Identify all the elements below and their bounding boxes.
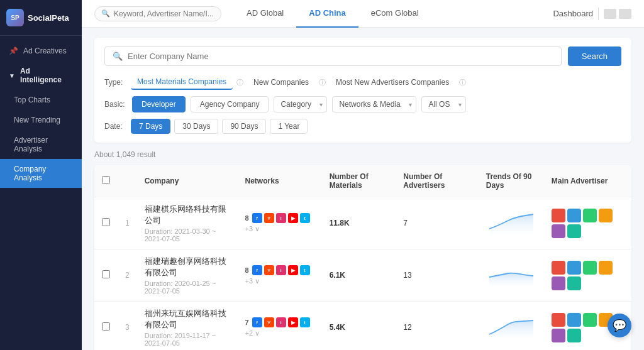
trend-chart	[486, 315, 536, 338]
sidebar-item-company-analysis[interactable]: Company Analysis	[0, 159, 82, 188]
td-main-advertiser[interactable]	[544, 249, 631, 302]
type-tab-new-companies[interactable]: New Companies	[247, 75, 315, 89]
th-materials[interactable]: Number Of Materials	[322, 165, 396, 197]
advertisers-count: 13	[403, 271, 411, 280]
nav-link-ad-global[interactable]: AD Global	[234, 0, 296, 28]
type-tab-most-materials[interactable]: Most Materials Companies	[131, 75, 233, 90]
table-header-row: Company Networks Number Of Materials Num…	[94, 165, 631, 197]
company-name: 福建棋乐网络科技有限公司	[145, 204, 230, 226]
advertiser-icons	[552, 261, 624, 290]
company-search-box[interactable]: 🔍	[104, 46, 562, 66]
company-duration: Duration: 2020-01-25 ~ 2021-07-05	[145, 280, 230, 295]
sidebar-item-label: Advertiser Analysis	[14, 136, 73, 153]
td-company[interactable]: 福建瑞趣创享网络科技有限公司 Duration: 2020-01-25 ~ 20…	[137, 249, 238, 302]
chat-icon: 💬	[613, 319, 626, 332]
sidebar-item-label: Ad Creatives	[23, 46, 67, 55]
type-tab-1-info: ⓘ	[319, 78, 326, 87]
networks-select[interactable]: Networks & Media	[332, 96, 416, 112]
date-btn-7days[interactable]: 7 Days	[131, 119, 170, 134]
type-tab-most-new-advertisers[interactable]: Most New Advertisers Companies	[330, 75, 455, 89]
chat-bubble[interactable]: 💬	[608, 314, 631, 337]
row-checkbox[interactable]	[102, 270, 110, 278]
company-search-input[interactable]	[128, 52, 553, 61]
row-checkbox[interactable]	[102, 322, 110, 331]
th-checkbox	[94, 165, 118, 197]
advertisers-count: 12	[403, 323, 411, 332]
table-row: 1 福建棋乐网络科技有限公司 Duration: 2021-03-30 ~ 20…	[94, 197, 631, 249]
view-toggle-2[interactable]	[619, 9, 631, 19]
topnav-search[interactable]: 🔍	[94, 6, 221, 21]
td-networks[interactable]: 8 fYi▶t+3 ∨	[238, 197, 322, 249]
td-trend	[479, 302, 544, 351]
materials-count: 6.1K	[330, 271, 345, 280]
sidebar-item-label: Ad Intelligence	[20, 67, 73, 84]
basic-btn-developer[interactable]: Developer	[132, 96, 186, 112]
company-duration: Duration: 2019-11-17 ~ 2021-07-05	[145, 332, 230, 347]
td-checkbox[interactable]	[94, 302, 118, 351]
advertiser-icons	[552, 209, 624, 238]
th-trends[interactable]: Trends Of 90 Days	[479, 165, 544, 197]
td-company[interactable]: 福州来玩互娱网络科技有限公司 Duration: 2019-11-17 ~ 20…	[137, 302, 238, 351]
network-icons: 7 fYi▶t+2 ∨	[245, 317, 314, 337]
nav-link-ecom-global[interactable]: eCom Global	[358, 0, 431, 28]
table-row: 2 福建瑞趣创享网络科技有限公司 Duration: 2020-01-25 ~ …	[94, 249, 631, 302]
sidebar-item-ad-creatives[interactable]: 📌 Ad Creatives	[0, 41, 82, 61]
sidebar-logo: SP SocialPeta	[0, 0, 82, 36]
materials-count: 5.4K	[330, 323, 345, 332]
sidebar-item-ad-intelligence[interactable]: ▼ Ad Intelligence	[0, 61, 82, 90]
td-checkbox[interactable]	[94, 249, 118, 302]
date-btn-90days[interactable]: 90 Days	[222, 119, 266, 134]
td-num: 1	[118, 197, 137, 249]
th-company[interactable]: Company	[137, 165, 238, 197]
table-row: 3 福州来玩互娱网络科技有限公司 Duration: 2019-11-17 ~ …	[94, 302, 631, 351]
td-networks[interactable]: 8 fYi▶t+3 ∨	[238, 249, 322, 302]
th-main-advertiser[interactable]: Main Advertiser	[544, 165, 631, 197]
th-advertisers[interactable]: Number Of Advertisers	[396, 165, 478, 197]
view-toggle-1[interactable]	[604, 9, 616, 19]
sidebar: SP SocialPeta 📌 Ad Creatives ▼ Ad Intell…	[0, 0, 82, 350]
filter-bar: 🔍 Search Type: Most Materials Companies …	[94, 38, 631, 143]
category-select-wrap: Category	[274, 96, 327, 112]
date-btn-30days[interactable]: 30 Days	[174, 119, 218, 134]
logo-text: SocialPeta	[28, 13, 69, 23]
td-advertisers: 7	[396, 197, 478, 249]
main-content: 🔍 AD Global AD China eCom Global Dashboa…	[82, 0, 644, 350]
pin-icon: 📌	[9, 46, 18, 55]
td-num: 3	[118, 302, 137, 351]
row-checkbox[interactable]	[102, 218, 110, 226]
category-select[interactable]: Category	[274, 96, 327, 112]
search-button[interactable]: Search	[568, 46, 621, 66]
type-label: Type:	[104, 78, 127, 87]
net-count: 8	[245, 214, 249, 222]
search-row: 🔍 Search	[104, 46, 621, 66]
company-name: 福建瑞趣创享网络科技有限公司	[145, 256, 230, 278]
results-info: About 1,049 result	[94, 150, 631, 159]
logo-icon: SP	[6, 9, 24, 26]
sidebar-item-label: New Trending	[14, 116, 60, 124]
company-name: 福州来玩互娱网络科技有限公司	[145, 308, 230, 331]
nav-link-ad-china[interactable]: AD China	[296, 0, 358, 28]
net-count: 7	[245, 319, 249, 326]
topnav: 🔍 AD Global AD China eCom Global Dashboa…	[82, 0, 644, 28]
os-select[interactable]: All OS	[421, 96, 466, 112]
select-all-checkbox[interactable]	[102, 176, 110, 184]
td-main-advertiser[interactable]	[544, 197, 631, 249]
sidebar-item-top-charts[interactable]: Top Charts	[0, 90, 82, 110]
td-advertisers: 13	[396, 249, 478, 302]
sidebar-item-new-trending[interactable]: New Trending	[0, 110, 82, 130]
td-networks[interactable]: 7 fYi▶t+2 ∨	[238, 302, 322, 351]
th-networks[interactable]: Networks	[238, 165, 322, 197]
chevron-icon: ▼	[9, 72, 15, 79]
sidebar-item-advertiser-analysis[interactable]: Advertiser Analysis	[0, 130, 82, 159]
dashboard-link[interactable]: Dashboard	[553, 9, 593, 18]
td-materials: 5.4K	[322, 302, 396, 351]
sidebar-item-label: Top Charts	[14, 96, 50, 104]
td-materials: 6.1K	[322, 249, 396, 302]
basic-btn-agency-company[interactable]: Agency Company	[191, 96, 269, 112]
td-trend	[479, 249, 544, 302]
date-btn-1year[interactable]: 1 Year	[270, 119, 308, 134]
td-company[interactable]: 福建棋乐网络科技有限公司 Duration: 2021-03-30 ~ 2021…	[137, 197, 238, 249]
search-icon: 🔍	[101, 9, 110, 18]
td-checkbox[interactable]	[94, 197, 118, 249]
topnav-search-input[interactable]	[114, 9, 214, 18]
